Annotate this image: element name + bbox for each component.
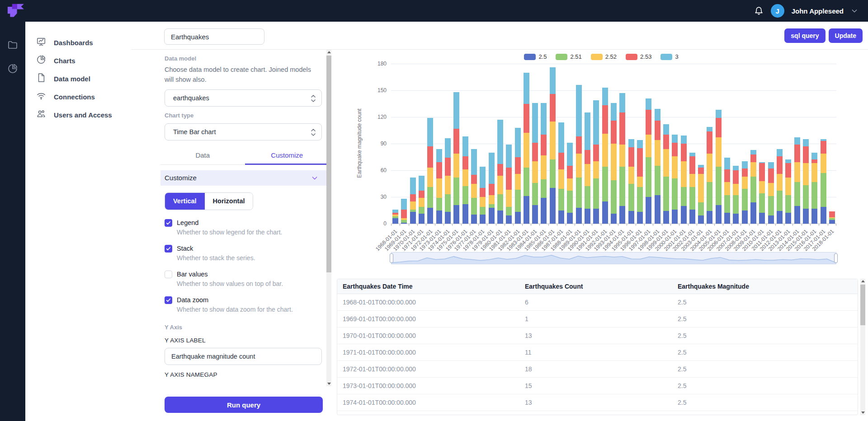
bar-segment-2.51	[541, 179, 547, 198]
legend-item-2.53[interactable]: 2.53	[626, 53, 651, 60]
legend-item-2.5[interactable]: 2.5	[524, 53, 547, 60]
bar-segment-2.52	[436, 178, 442, 198]
tab-data[interactable]: Data	[160, 149, 245, 164]
bar-segment-2.51	[742, 189, 748, 210]
bar-segment-2.5	[453, 205, 459, 224]
x-axis-tick	[470, 224, 470, 226]
orientation-horizontal-button[interactable]: Horizontal	[205, 193, 253, 210]
x-axis-tick	[714, 224, 715, 226]
update-button[interactable]: Update	[829, 28, 863, 43]
table-row: 1973-01-01T00:00:00.000152.5	[337, 378, 858, 394]
run-query-button[interactable]: Run query	[165, 397, 323, 413]
sidebar-item-data-model[interactable]: Data model	[36, 70, 131, 87]
bar-segment-2.52	[462, 169, 468, 186]
table-cell: 15	[525, 382, 678, 389]
bar-segment-2.51	[759, 193, 765, 213]
bar-segment-2.51	[750, 177, 756, 202]
table-header-cell: Earthquakes Count	[525, 283, 678, 290]
bar-1983-01-01	[522, 64, 531, 224]
bar-segment-2.53	[593, 145, 599, 161]
bar-segment-2.51	[619, 167, 625, 206]
sidebar-item-charts[interactable]: Charts	[36, 52, 131, 69]
data-model-select[interactable]: earthquakes	[165, 89, 322, 107]
bar-segment-2.51	[436, 198, 442, 210]
x-axis-tick	[644, 224, 645, 226]
x-axis-tick	[775, 224, 776, 226]
folder-icon[interactable]	[7, 40, 19, 51]
bar-2006-01-01	[723, 64, 731, 224]
bar-segment-2.53	[515, 157, 521, 174]
panel-scrollbar-thumb[interactable]	[326, 56, 331, 272]
bar-segment-3	[541, 103, 547, 135]
customize-accordion-header[interactable]: Customize	[160, 170, 329, 186]
bar-segment-2.5	[506, 215, 512, 224]
x-axis-tick	[758, 224, 758, 226]
table-cell: 1	[525, 315, 678, 323]
tab-customize[interactable]: Customize	[245, 149, 330, 164]
data-zoom-slider[interactable]	[391, 252, 836, 264]
chevron-down-icon[interactable]	[851, 7, 858, 14]
bar-segment-2.52	[585, 164, 590, 186]
chart-title-input[interactable]	[164, 28, 264, 45]
bar-segment-2.51	[585, 186, 590, 208]
legend-item-2.51[interactable]: 2.51	[556, 53, 581, 60]
sidebar-item-label: Data model	[54, 75, 90, 83]
bell-icon[interactable]	[754, 6, 764, 16]
table-scrollbar[interactable]	[860, 279, 865, 415]
bar-segment-3	[392, 210, 398, 213]
bar-segment-2.51	[453, 178, 459, 205]
chart-type-select[interactable]: Time Bar chart	[165, 123, 322, 140]
bar-segment-2.53	[410, 194, 416, 201]
bar-segment-3	[558, 122, 564, 153]
x-axis-tick	[705, 224, 706, 226]
bar-segment-2.53	[576, 136, 582, 153]
bar-segment-2.5	[593, 209, 599, 224]
app-logo-icon[interactable]	[6, 3, 24, 19]
bar-segment-2.53	[794, 145, 800, 162]
bar-segment-3	[742, 161, 748, 168]
bar-1997-01-01	[644, 64, 653, 224]
bar-segment-2.52	[759, 181, 765, 194]
sidebar-item-connections[interactable]: Connections	[36, 89, 131, 105]
bar-segment-2.52	[794, 162, 800, 182]
table-scrollbar-thumb[interactable]	[860, 285, 865, 325]
data-zoom-checkbox[interactable]	[165, 296, 172, 304]
bar-segment-3	[524, 73, 529, 104]
y-axis-label-input[interactable]	[165, 348, 322, 365]
bar-segment-2.5	[794, 206, 800, 224]
user-name[interactable]: John Appleseed	[792, 7, 844, 15]
data-zoom-right-handle[interactable]	[834, 253, 838, 263]
sidebar-item-dashboards[interactable]: Dashboards	[36, 34, 131, 51]
table-cell: 1968-01-01T00:00:00.000	[343, 299, 525, 306]
bar-segment-3	[480, 167, 486, 188]
bar-values-checkbox[interactable]	[165, 271, 172, 278]
bar-segment-2.53	[550, 94, 556, 122]
table-header-row: Earthquakes Date TimeEarthquakes CountEa…	[337, 279, 858, 294]
avatar[interactable]: J	[771, 4, 784, 18]
y-tick-label: 30	[366, 194, 387, 200]
bar-segment-2.51	[707, 182, 712, 211]
bar-segment-2.53	[445, 158, 451, 175]
orientation-vertical-button[interactable]: Vertical	[165, 193, 205, 210]
bar-segment-2.52	[515, 174, 521, 190]
checkbox-group-data-zoom: Data zoomWhether to show data zoom for t…	[165, 296, 329, 313]
bar-segment-2.5	[716, 205, 722, 224]
pie-chart-icon[interactable]	[7, 63, 18, 74]
sql-query-button[interactable]: sql query	[784, 28, 825, 43]
bar-segment-2.5	[550, 188, 556, 224]
legend-checkbox[interactable]	[165, 219, 172, 227]
bar-segment-2.5	[410, 212, 416, 224]
checkbox-label: Data zoom	[177, 296, 208, 304]
legend-item-3[interactable]: 3	[660, 53, 678, 60]
stack-checkbox[interactable]	[165, 245, 172, 253]
bar-segment-3	[471, 149, 477, 175]
legend-label: 3	[675, 53, 678, 60]
bar-segment-2.5	[821, 207, 826, 224]
data-zoom-left-handle[interactable]	[390, 253, 393, 263]
bar-segment-3	[611, 103, 617, 121]
sidebar-item-users-and-access[interactable]: Users and Access	[36, 107, 131, 123]
panel-scrollbar[interactable]	[326, 50, 331, 386]
legend-swatch	[626, 54, 637, 60]
legend-item-2.52[interactable]: 2.52	[591, 53, 617, 60]
x-axis-tick	[443, 224, 444, 226]
